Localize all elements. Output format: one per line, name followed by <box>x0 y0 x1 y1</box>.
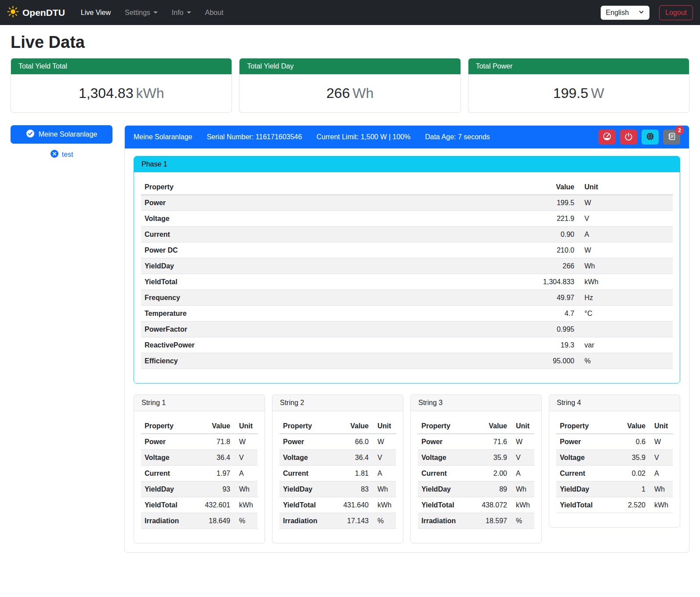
table-row: YieldDay89Wh <box>418 481 534 497</box>
unit-cell: Wh <box>372 481 396 497</box>
table-row: PowerFactor0.995 <box>141 322 673 337</box>
nav-about[interactable]: About <box>200 5 229 20</box>
nav-settings[interactable]: Settings <box>120 5 163 20</box>
navbar: OpenDTU Live View Settings Info About En… <box>0 0 700 25</box>
inverter-header: Meine Solaranlage Serial Number: 1161716… <box>125 126 689 148</box>
property-cell: Voltage <box>279 450 334 466</box>
inverter-select-button[interactable]: Meine Solaranlage <box>11 125 112 144</box>
language-select[interactable]: English <box>601 6 649 20</box>
string-card: String 1 Property Value Unit <box>134 394 265 543</box>
inverter-serial: Serial Number: 116171603546 <box>207 133 302 141</box>
table-row: Current1.97A <box>141 466 258 481</box>
card-title: Total Yield Day <box>239 58 460 74</box>
unit-cell: A <box>511 466 534 481</box>
property-cell: Frequency <box>141 290 524 306</box>
property-cell: Irradiation <box>418 513 472 529</box>
unit-cell: W <box>511 434 534 450</box>
unit-cell: Wh <box>578 258 673 274</box>
property-header: Property <box>279 418 334 434</box>
value-header: Value <box>472 418 511 434</box>
unit-cell: W <box>372 434 396 450</box>
inverter-name: Meine Solaranlage <box>134 133 192 141</box>
property-cell: Efficiency <box>141 353 524 369</box>
chevron-down-icon <box>153 11 158 14</box>
unit-cell: kWh <box>234 497 258 513</box>
table-row: Voltage35.9V <box>556 450 673 466</box>
unit-cell: W <box>578 242 673 258</box>
property-cell: Power <box>418 434 472 450</box>
unit-cell: V <box>234 450 258 466</box>
event-log-button[interactable]: 2 <box>663 130 680 145</box>
event-count-badge: 2 <box>675 126 684 135</box>
card-value: 266 <box>326 85 350 101</box>
main-row: Meine Solaranlage test Meine Solaranlage… <box>11 125 689 553</box>
phase-title: Phase 1 <box>134 156 680 172</box>
table-row: Irradiation17.143% <box>279 513 396 529</box>
table-header-row: Property Value Unit <box>141 418 258 434</box>
phase-card: Phase 1 Property Value Unit Power199.5WV… <box>134 156 680 384</box>
value-cell: 95.000 <box>524 353 578 369</box>
test-link[interactable]: test <box>11 149 112 160</box>
value-cell: 0.995 <box>524 322 578 337</box>
property-cell: Current <box>141 227 524 242</box>
logout-button[interactable]: Logout <box>659 5 693 20</box>
unit-cell: A <box>234 466 258 481</box>
string-body: Property Value Unit Power71.6WVoltage35.… <box>411 411 541 543</box>
card-value-row: 199.5W <box>468 74 689 112</box>
property-cell: Power <box>141 434 195 450</box>
property-cell: Irradiation <box>141 513 195 529</box>
value-cell: 36.4 <box>334 450 372 466</box>
table-header-row: Property Value Unit <box>556 418 673 434</box>
nav-info[interactable]: Info <box>167 5 196 20</box>
property-cell: ReactivePower <box>141 337 524 353</box>
value-cell: 438.072 <box>472 497 511 513</box>
unit-cell: % <box>234 513 258 529</box>
value-cell: 71.8 <box>195 434 234 450</box>
string-body: Property Value Unit Power66.0WVoltage36.… <box>272 411 403 543</box>
value-cell: 66.0 <box>334 434 372 450</box>
property-header: Property <box>418 418 472 434</box>
property-cell: YieldTotal <box>556 497 610 513</box>
value-header: Value <box>610 418 649 434</box>
value-header: Value <box>524 179 578 195</box>
unit-header: Unit <box>234 418 258 434</box>
property-cell: YieldDay <box>141 481 195 497</box>
unit-cell <box>578 322 673 337</box>
value-cell: 83 <box>334 481 372 497</box>
table-row: Voltage35.9V <box>418 450 534 466</box>
value-cell: 266 <box>524 258 578 274</box>
unit-cell: V <box>372 450 396 466</box>
table-row: Current2.00A <box>418 466 534 481</box>
chevron-down-icon <box>187 11 191 14</box>
string-title: String 3 <box>411 395 541 411</box>
nav-live-view[interactable]: Live View <box>76 5 116 20</box>
property-cell: Voltage <box>418 450 472 466</box>
value-cell: 35.9 <box>610 450 649 466</box>
brand[interactable]: OpenDTU <box>7 6 65 20</box>
unit-cell: W <box>578 195 673 211</box>
card-title: Total Power <box>468 58 689 74</box>
string-table: Property Value Unit Power71.8WVoltage36.… <box>141 418 258 529</box>
string-card: String 4 Property Value Unit <box>549 394 680 528</box>
string-title: String 1 <box>134 395 265 411</box>
table-row: YieldTotal431.640kWh <box>279 497 396 513</box>
card-unit: kWh <box>136 85 164 101</box>
value-header: Value <box>195 418 234 434</box>
property-cell: YieldDay <box>556 481 610 497</box>
table-header-row: Property Value Unit <box>279 418 396 434</box>
unit-header: Unit <box>372 418 396 434</box>
unit-cell: °C <box>578 306 673 322</box>
card-unit: W <box>591 85 604 101</box>
property-header: Property <box>141 418 195 434</box>
device-info-button[interactable] <box>642 130 659 145</box>
string-body: Property Value Unit Power0.6WVoltage35.9… <box>549 411 680 527</box>
string-title: String 2 <box>272 395 403 411</box>
property-header: Property <box>556 418 610 434</box>
unit-cell: Wh <box>234 481 258 497</box>
x-circle-icon <box>50 149 59 160</box>
limit-settings-button[interactable] <box>598 130 616 145</box>
power-button[interactable] <box>620 130 637 145</box>
value-cell: 1.81 <box>334 466 372 481</box>
unit-cell: V <box>649 450 673 466</box>
property-cell: Voltage <box>556 450 610 466</box>
